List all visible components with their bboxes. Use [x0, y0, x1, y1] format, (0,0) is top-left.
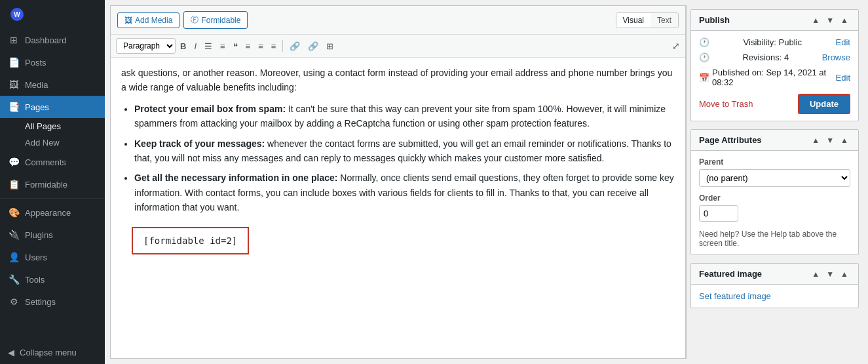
link-button[interactable]: 🔗 [286, 39, 303, 53]
sidebar-item-label: Formidable [25, 180, 67, 190]
visibility-label: Visibility: Public [744, 37, 802, 47]
page-attributes-controls: ▲ ▼ ▲ [810, 136, 850, 145]
page-attributes-header: Page Attributes ▲ ▼ ▲ [691, 130, 858, 151]
sidebar-item-media[interactable]: 🖼 Media [0, 73, 105, 96]
move-to-trash-link[interactable]: Move to Trash [699, 99, 753, 109]
collapse-menu[interactable]: ◀ Collapse menu [0, 341, 105, 364]
blockquote-button[interactable]: ❝ [230, 39, 241, 53]
bold-button[interactable]: B [177, 39, 189, 53]
align-left-button[interactable]: ≡ [242, 39, 254, 53]
add-media-icon: 🖼 [124, 16, 132, 25]
main-area: 🖼 Add Media Ⓕ Formidable Visual Text Par… [105, 0, 868, 364]
sidebar-item-label: Settings [25, 297, 56, 307]
sidebar-item-settings[interactable]: ⚙ Settings [0, 291, 105, 313]
collapse-label: Collapse menu [20, 348, 77, 357]
sidebar-item-label: Posts [25, 58, 47, 68]
parent-select[interactable]: (no parent) [699, 169, 850, 187]
attrs-collapse-arrow[interactable]: ▲ [839, 136, 850, 145]
table-button[interactable]: ⊞ [323, 39, 337, 53]
revisions-label: Revisions: 4 [742, 52, 789, 62]
published-edit-link[interactable]: Edit [836, 73, 850, 83]
shortcode-box: [formidable id=2] [132, 227, 249, 254]
sidebar-item-pages[interactable]: 📑 Pages [0, 96, 105, 118]
add-media-button[interactable]: 🖼 Add Media [117, 12, 179, 28]
italic-button[interactable]: I [191, 39, 200, 53]
formidable-btn-icon: Ⓕ [191, 14, 198, 26]
featured-image-controls: ▲ ▼ ▲ [810, 270, 850, 279]
publish-collapse-down[interactable]: ▼ [824, 16, 836, 25]
featured-image-title: Featured image [699, 269, 762, 279]
publish-collapse-arrow[interactable]: ▲ [839, 16, 850, 25]
tab-text[interactable]: Text [651, 13, 678, 28]
order-input[interactable] [699, 205, 738, 222]
sidebar-item-label: Media [25, 80, 48, 90]
sidebar-sub-add-new[interactable]: Add New [0, 134, 105, 151]
revisions-icon: 🕐 [699, 52, 709, 62]
featured-collapse-arrow[interactable]: ▲ [839, 270, 850, 279]
publish-collapse-up[interactable]: ▲ [810, 16, 821, 25]
expand-button[interactable]: ⤢ [672, 41, 680, 51]
align-center-button[interactable]: ≡ [255, 39, 267, 53]
featured-collapse-down[interactable]: ▼ [824, 270, 836, 279]
comments-icon: 💬 [8, 156, 20, 168]
featured-image-body: Set featured image [691, 285, 858, 308]
ordered-list-button[interactable]: ≡ [217, 39, 229, 53]
formidable-btn-label: Formidable [201, 16, 240, 25]
content-list: Protect your email box from spam: It can… [134, 102, 675, 215]
featured-image-panel: Featured image ▲ ▼ ▲ Set featured image [690, 263, 859, 308]
media-icon: 🖼 [8, 79, 20, 91]
sidebar-item-label: Users [25, 253, 47, 262]
format-separator [282, 40, 283, 52]
list-item-1: Protect your email box from spam: It can… [134, 102, 675, 131]
visibility-edit-link[interactable]: Edit [836, 37, 850, 47]
sidebar-logo: W [0, 0, 105, 29]
revisions-browse-link[interactable]: Browse [822, 52, 850, 62]
unordered-list-button[interactable]: ☰ [201, 39, 216, 53]
tab-visual[interactable]: Visual [616, 13, 651, 28]
sidebar-item-plugins[interactable]: 🔌 Plugins [0, 224, 105, 246]
tools-icon: 🔧 [8, 273, 20, 285]
revisions-row: 🕐 Revisions: 4 Browse [699, 52, 850, 62]
update-button[interactable]: Update [798, 94, 850, 114]
publish-panel-body: 🕐 Visibility: Public Edit 🕐 Revisions: 4… [691, 31, 858, 121]
align-right-button[interactable]: ≡ [268, 39, 280, 53]
parent-label: Parent [699, 157, 850, 167]
sidebar-item-appearance[interactable]: 🎨 Appearance [0, 201, 105, 224]
editor-content[interactable]: ask questions, or another reason. Moreov… [111, 58, 685, 358]
visibility-row: 🕐 Visibility: Public Edit [699, 37, 850, 47]
pages-icon: 📑 [8, 101, 20, 113]
wp-logo-icon: W [10, 8, 24, 21]
sidebar-item-users[interactable]: 👤 Users [0, 246, 105, 268]
publish-panel: Publish ▲ ▼ ▲ 🕐 Visibility: Public Edit … [690, 9, 859, 121]
posts-icon: 📄 [8, 56, 20, 68]
featured-collapse-up[interactable]: ▲ [810, 270, 821, 279]
bullet3-bold: Get all the necessary information in one… [134, 172, 337, 183]
sidebar-item-comments[interactable]: 💬 Comments [0, 151, 105, 173]
sidebar-item-dashboard[interactable]: ⊞ Dashboard [0, 29, 105, 51]
publish-title: Publish [699, 15, 730, 25]
formidable-icon: 📋 [8, 178, 20, 190]
sidebar-item-tools[interactable]: 🔧 Tools [0, 268, 105, 291]
visual-text-tabs: Visual Text [616, 12, 679, 28]
collapse-icon: ◀ [8, 348, 14, 357]
content-intro-text: ask questions, or another reason. Moreov… [121, 66, 675, 95]
sidebar-sub-all-pages[interactable]: All Pages [0, 118, 105, 134]
sidebar: W ⊞ Dashboard 📄 Posts 🖼 Media 📑 Pages Al… [0, 0, 105, 364]
publish-panel-header: Publish ▲ ▼ ▲ [691, 10, 858, 31]
formidable-button[interactable]: Ⓕ Formidable [183, 11, 248, 29]
settings-icon: ⚙ [8, 296, 20, 308]
list-item-3: Get all the necessary information in one… [134, 171, 675, 214]
sidebar-item-formidable[interactable]: 📋 Formidable [0, 173, 105, 195]
bullet2-bold: Keep track of your messages: [134, 138, 265, 149]
attrs-collapse-down[interactable]: ▼ [824, 136, 836, 145]
unlink-button[interactable]: 🔗 [305, 39, 322, 53]
sidebar-item-label: Plugins [25, 230, 53, 240]
sidebar-item-posts[interactable]: 📄 Posts [0, 51, 105, 73]
set-featured-image-link[interactable]: Set featured image [699, 291, 771, 301]
add-media-label: Add Media [135, 16, 172, 25]
list-item-2: Keep track of your messages: whenever th… [134, 136, 675, 166]
format-select[interactable]: Paragraph Heading 1 Heading 2 Heading 3 [116, 38, 176, 54]
attrs-collapse-up[interactable]: ▲ [810, 136, 821, 145]
page-attributes-body: Parent (no parent) Order Need help? Use … [691, 151, 858, 254]
editor-area: 🖼 Add Media Ⓕ Formidable Visual Text Par… [110, 5, 686, 359]
